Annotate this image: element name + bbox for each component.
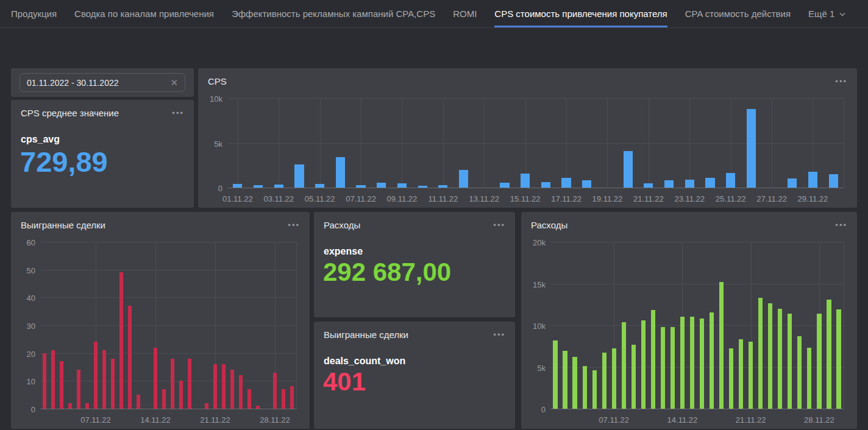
bar-07.11.22[interactable] (612, 348, 616, 409)
bar-23.11.22[interactable] (230, 370, 234, 409)
ellipsis-menu-icon[interactable]: ••• (835, 222, 847, 228)
bar-24.11.22[interactable] (239, 375, 243, 409)
bar-29.11.22[interactable] (808, 172, 817, 188)
bar-09.11.22[interactable] (397, 183, 407, 188)
bar-04.11.22[interactable] (583, 366, 587, 409)
bar-28.11.22[interactable] (788, 178, 797, 188)
bar-15.11.22[interactable] (690, 317, 694, 409)
bar-27.11.22[interactable] (807, 348, 811, 409)
bar-11.11.22[interactable] (128, 306, 132, 409)
bar-12.11.22[interactable] (459, 170, 468, 188)
bar-23.11.22[interactable] (768, 303, 772, 409)
bar-12.11.22[interactable] (137, 395, 140, 409)
bar-20.11.22[interactable] (205, 403, 208, 409)
bar-16.11.22[interactable] (541, 182, 550, 188)
tab-romi[interactable]: ROMI (453, 0, 477, 27)
bar-05.11.22[interactable] (315, 184, 324, 188)
bar-30.11.22[interactable] (836, 309, 841, 409)
bar-24.11.22[interactable] (705, 178, 714, 188)
bar-04.11.22[interactable] (68, 403, 72, 409)
ellipsis-menu-icon[interactable]: ••• (493, 332, 505, 338)
bar-04.11.22[interactable] (294, 164, 304, 188)
bar-30.11.22[interactable] (829, 174, 838, 188)
ellipsis-menu-icon[interactable]: ••• (172, 110, 184, 116)
bar-19.11.22[interactable] (729, 348, 733, 409)
bar-25.11.22[interactable] (788, 314, 792, 409)
bar-28.11.22[interactable] (817, 314, 821, 409)
bar-02.11.22[interactable] (254, 185, 263, 188)
bar-22.11.22[interactable] (222, 364, 226, 409)
bar-17.11.22[interactable] (179, 381, 183, 409)
date-range-input[interactable]: 01.11.2022 - 30.11.2022 ✕ (20, 73, 185, 92)
bar-10.11.22[interactable] (641, 320, 646, 409)
bar-08.11.22[interactable] (102, 350, 106, 409)
bar-01.11.22[interactable] (233, 184, 242, 188)
bar-03.11.22[interactable] (60, 361, 63, 409)
bar-02.11.22[interactable] (563, 351, 567, 409)
bar-09.11.22[interactable] (631, 345, 636, 409)
bar-15.11.22[interactable] (162, 389, 166, 409)
bar-14.11.22[interactable] (500, 183, 509, 188)
bar-18.11.22[interactable] (719, 282, 724, 409)
bar-09.11.22[interactable] (111, 359, 115, 409)
bar-22.11.22[interactable] (758, 298, 763, 409)
bar-07.11.22[interactable] (94, 342, 98, 409)
bar-01.11.22[interactable] (553, 340, 557, 409)
bar-14.11.22[interactable] (680, 317, 685, 409)
tab-channels-summary[interactable]: Сводка по каналам привлечения (74, 0, 214, 27)
close-icon[interactable]: ✕ (170, 78, 178, 87)
bar-03.11.22[interactable] (572, 357, 577, 409)
x-axis-label: 17.11.22 (551, 194, 582, 203)
bar-08.11.22[interactable] (622, 322, 626, 409)
bar-21.11.22[interactable] (213, 364, 217, 409)
bar-08.11.22[interactable] (377, 183, 386, 188)
bar-22.11.22[interactable] (664, 180, 674, 188)
bar-01.11.22[interactable] (43, 353, 46, 409)
bar-26.11.22[interactable] (256, 406, 260, 409)
bar-29.11.22[interactable] (827, 300, 831, 409)
bar-26.11.22[interactable] (747, 109, 756, 188)
bar-26.11.22[interactable] (797, 336, 802, 409)
bar-06.11.22[interactable] (336, 157, 345, 188)
bar-17.11.22[interactable] (561, 178, 571, 188)
bar-11.11.22[interactable] (651, 310, 655, 409)
bar-15.11.22[interactable] (521, 174, 530, 188)
bar-20.11.22[interactable] (624, 151, 633, 188)
tab-cps-customer-cost[interactable]: CPS стоимость привлечения покупателя (494, 0, 667, 27)
bar-06.11.22[interactable] (602, 353, 607, 409)
tab-more[interactable]: Ещё 1 (808, 0, 846, 27)
bar-14.11.22[interactable] (154, 348, 157, 409)
bar-18.11.22[interactable] (188, 359, 191, 409)
bar-24.11.22[interactable] (778, 309, 782, 409)
tab-products[interactable]: Продукция (11, 0, 57, 27)
bar-28.11.22[interactable] (273, 373, 277, 409)
bar-07.11.22[interactable] (356, 185, 365, 188)
tab-campaign-effectiveness[interactable]: Эффективность рекламных кампаний CPA,CPS (232, 0, 435, 27)
ellipsis-menu-icon[interactable]: ••• (835, 79, 847, 85)
bar-18.11.22[interactable] (582, 180, 591, 188)
tab-cpa-action-cost[interactable]: CPA стоимость действия (685, 0, 791, 27)
bar-29.11.22[interactable] (282, 389, 285, 409)
bar-16.11.22[interactable] (700, 319, 704, 409)
ellipsis-menu-icon[interactable]: ••• (493, 222, 505, 228)
bar-05.11.22[interactable] (77, 370, 80, 409)
bar-10.11.22[interactable] (418, 186, 427, 188)
bar-13.11.22[interactable] (671, 327, 675, 409)
bar-17.11.22[interactable] (710, 312, 714, 409)
ellipsis-menu-icon[interactable]: ••• (288, 222, 300, 228)
bar-25.11.22[interactable] (247, 389, 251, 409)
bar-25.11.22[interactable] (726, 173, 735, 188)
bar-03.11.22[interactable] (274, 185, 283, 188)
bar-11.11.22[interactable] (438, 185, 447, 188)
bar-12.11.22[interactable] (661, 327, 665, 409)
bar-21.11.22[interactable] (749, 342, 753, 409)
bar-21.11.22[interactable] (644, 183, 653, 188)
bar-16.11.22[interactable] (171, 359, 174, 409)
bar-30.11.22[interactable] (290, 386, 294, 409)
bar-10.11.22[interactable] (119, 272, 123, 409)
bar-23.11.22[interactable] (685, 180, 694, 188)
bar-05.11.22[interactable] (592, 370, 597, 409)
bar-20.11.22[interactable] (739, 339, 743, 409)
bar-06.11.22[interactable] (85, 403, 89, 409)
bar-02.11.22[interactable] (51, 350, 55, 409)
